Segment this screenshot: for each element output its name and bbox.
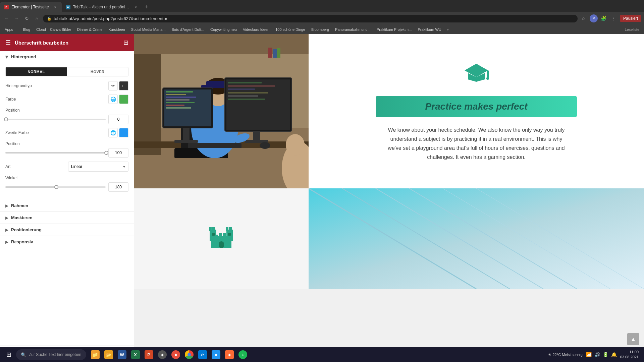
taskbar-item-chrome[interactable]: [183, 348, 196, 361]
bookmark-social[interactable]: Social Media Mana...: [129, 27, 168, 32]
position1-input[interactable]: 0: [108, 115, 128, 124]
position1-slider[interactable]: [5, 119, 106, 120]
state-tab-hover[interactable]: HOVER: [67, 67, 128, 76]
bookmark-kursideen[interactable]: Kursideen: [106, 27, 127, 32]
reading-list-btn[interactable]: Leseliste: [623, 27, 641, 32]
bookmark-dinner[interactable]: Dinner & Crime: [75, 27, 104, 32]
art-select[interactable]: Linear Radial: [68, 162, 128, 172]
winkel-input[interactable]: 180: [108, 182, 128, 192]
start-button[interactable]: ⊞: [3, 349, 15, 361]
svg-rect-29: [183, 128, 190, 141]
bookmark-panorama[interactable]: Panoramabahn und...: [333, 27, 373, 32]
home-button[interactable]: ⌂: [33, 14, 41, 22]
bookmark-star[interactable]: ☆: [580, 14, 588, 22]
bookmark-copy[interactable]: Copywriting neu: [208, 27, 239, 32]
taskbar-item-edge[interactable]: e: [196, 348, 209, 361]
tab-tobitalk-close[interactable]: ×: [133, 5, 138, 9]
hintergrundtyp-square[interactable]: □: [119, 81, 128, 90]
lock-icon: 🔒: [47, 16, 52, 21]
bookmark-blog[interactable]: Blog: [21, 27, 32, 32]
maskieren-section-header[interactable]: ▶ Maskieren: [0, 212, 134, 224]
positionierung-section-header[interactable]: ▶ Positionierung: [0, 224, 134, 236]
network-icon[interactable]: 📶: [585, 351, 592, 358]
battery-icon[interactable]: 🔋: [602, 351, 609, 358]
position2-input[interactable]: 100: [108, 148, 128, 158]
panel-content: ▶ Hintergrund NORMAL HOVER Hintergrundty…: [0, 51, 134, 346]
clock[interactable]: 11:09 03.08.2021: [620, 350, 639, 360]
bookmark-cload[interactable]: Cload – Canva Bilder: [34, 27, 73, 32]
hintergrund-title: Hintergrund: [11, 54, 36, 59]
reload-button[interactable]: ↻: [23, 14, 31, 22]
zweite-farbe-globe-btn[interactable]: 🌐: [108, 128, 118, 137]
panel-grid-icon[interactable]: ⊞: [123, 39, 128, 46]
tab-elementor[interactable]: E Elementor | Testseite ×: [0, 2, 62, 12]
winkel-row: Winkel 180: [5, 176, 128, 192]
svg-rect-26: [228, 92, 268, 94]
svg-rect-23: [228, 82, 262, 83]
bookmark-video[interactable]: Videokurs Ideen: [241, 27, 271, 32]
tab-elementor-close[interactable]: ×: [53, 5, 58, 9]
winkel-slider[interactable]: [5, 186, 106, 188]
taskbar-item-files[interactable]: 📁: [89, 348, 102, 361]
website-inner[interactable]: Practice makes perfect We know about you…: [134, 34, 644, 362]
taskbar-item-app2[interactable]: ◆: [169, 348, 182, 361]
taskbar-item-explorer[interactable]: 📂: [102, 348, 115, 361]
forward-button[interactable]: →: [13, 14, 21, 22]
menu-btn[interactable]: ⋮: [610, 14, 618, 22]
taskbar-item-app1[interactable]: ◆: [156, 348, 169, 361]
bookmark-bloomberg[interactable]: Bloomberg: [309, 27, 331, 32]
bookmark-praktikum[interactable]: Praktikum Projektm...: [375, 27, 414, 32]
taskbar-item-spotify[interactable]: ♪: [236, 348, 249, 361]
state-tab-normal[interactable]: NORMAL: [6, 67, 67, 76]
rahmen-title: Rahmen: [11, 203, 28, 208]
svg-rect-15: [166, 94, 186, 95]
bookmark-apps[interactable]: Apps: [3, 27, 15, 32]
scroll-up-button[interactable]: ▲: [627, 333, 639, 345]
bookmark-bois[interactable]: Bois d'Argent Duft...: [170, 27, 206, 32]
square-icon: □: [122, 83, 125, 88]
svg-rect-18: [166, 102, 195, 103]
rahmen-arrow: ▶: [5, 203, 8, 208]
back-button[interactable]: ←: [3, 14, 11, 22]
svg-rect-59: [212, 233, 215, 236]
svg-rect-62: [309, 188, 644, 289]
hintergrundtyp-label: Hintergrundtyp: [5, 83, 108, 88]
bookmark-wu[interactable]: Praktikum WU: [416, 27, 443, 32]
tab-add-button[interactable]: +: [142, 2, 152, 12]
taskbar-item-word[interactable]: W: [116, 348, 128, 361]
bookmark-100[interactable]: 100 schöne Dinge: [273, 27, 307, 32]
taskbar-item-app4[interactable]: ◆: [223, 348, 236, 361]
volume-icon[interactable]: 🔊: [594, 351, 601, 358]
pause-button[interactable]: Pausiert: [620, 15, 641, 22]
taskbar-item-app3[interactable]: ◆: [210, 348, 222, 361]
extensions-btn[interactable]: 🧩: [600, 14, 608, 22]
website-right-image: [309, 188, 644, 289]
hintergrundtyp-pencil[interactable]: ✏: [108, 81, 118, 90]
computer-scene-svg: [134, 34, 309, 188]
taskbar-item-excel[interactable]: X: [129, 348, 142, 361]
svg-rect-54: [212, 227, 215, 231]
svg-rect-19: [166, 105, 184, 106]
hintergrund-section-header[interactable]: ▶ Hintergrund: [0, 51, 134, 63]
profile-btn[interactable]: P: [590, 14, 598, 22]
farbe-swatch[interactable]: [119, 95, 128, 104]
farbe-globe-btn[interactable]: 🌐: [108, 95, 118, 104]
svg-rect-31: [253, 131, 260, 141]
zweite-farbe-swatch[interactable]: [119, 128, 128, 137]
taskbar-item-ppt[interactable]: P: [143, 348, 155, 361]
rahmen-section-header[interactable]: ▶ Rahmen: [0, 200, 134, 212]
notification-icon[interactable]: 🔔: [610, 351, 618, 358]
taskbar: ⊞ 🔍 Zur Suche Text hier eingeben 📁 📂 W X…: [0, 347, 644, 362]
taskbar-search[interactable]: 🔍 Zur Suche Text hier eingeben: [16, 349, 86, 360]
svg-rect-14: [166, 91, 193, 93]
main-layout: ☰ Überschrift bearbeiten ⊞ ▶ Hintergrund…: [0, 34, 644, 362]
panel-menu-icon[interactable]: ☰: [5, 39, 11, 46]
svg-rect-37: [277, 48, 280, 58]
address-bar[interactable]: 🔒 tobitalk.at/wp-admin/post.php?post=627…: [43, 15, 578, 22]
position1-label: Position: [5, 108, 128, 113]
tab-tobitalk[interactable]: W TobiTalk – Aktien und persönlich... ×: [62, 2, 142, 12]
responsiv-section-header[interactable]: ▶ Responsiv: [0, 236, 134, 248]
weather-text: 22°C Meist sonnig: [553, 353, 583, 357]
position2-slider[interactable]: [5, 152, 106, 154]
bookmarks-more[interactable]: »: [445, 27, 450, 32]
